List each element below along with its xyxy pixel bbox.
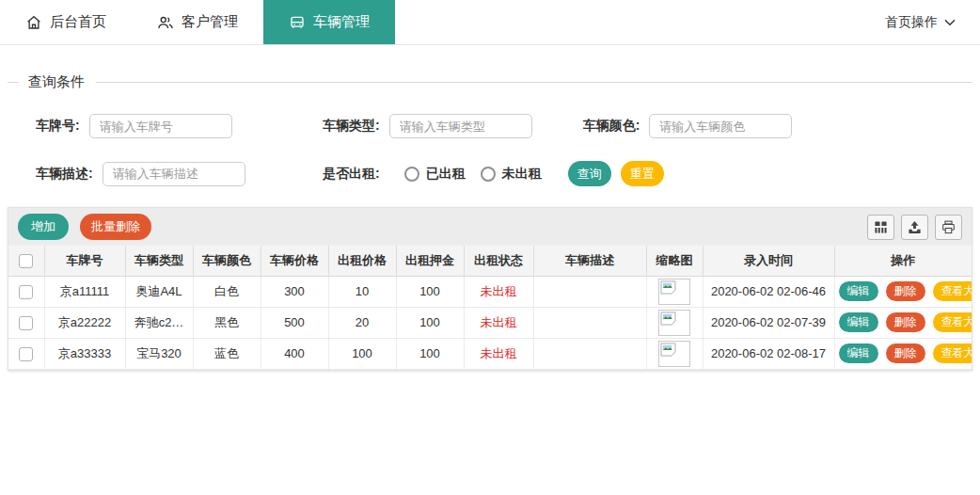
vehicle-table-panel: 增加 批量删除 车牌号车辆类型车辆颜色车辆价格出租价格出租押金出租状态车辆描述缩… [8,207,972,371]
column-header: 出租押金 [396,246,464,276]
radio-not-rented-label: 未出租 [502,166,542,183]
row-price: 500 [261,307,328,338]
column-header: 车辆价格 [261,246,328,276]
nav-tab-label: 车辆管理 [313,13,370,31]
row-rent-price: 100 [328,338,396,369]
batch-delete-button[interactable]: 批量删除 [80,214,151,240]
plate-input[interactable] [89,114,232,138]
column-header: 车辆颜色 [193,246,261,276]
broken-image-icon [658,279,690,305]
table-body: 京a11111奥迪A4L白色30010100未出租2020-06-02 02-0… [8,276,972,369]
type-field-label: 车辆类型: [323,118,380,135]
row-checkbox[interactable] [19,347,33,361]
column-header: 车辆类型 [125,246,193,276]
radio-rented-label: 已出租 [426,166,466,183]
row-type: 奥迪A4L [125,276,193,307]
type-input[interactable] [389,114,532,138]
nav-tab-label: 后台首页 [50,13,106,31]
row-description [533,276,646,307]
row-plate: 京a11111 [44,276,125,307]
search-button[interactable]: 查询 [568,161,611,186]
radio-rented[interactable]: 已出租 [404,166,466,183]
print-button[interactable] [935,215,962,240]
row-thumbnail-cell [646,307,703,338]
row-color: 白色 [193,276,261,307]
chevron-down-icon [944,19,956,26]
row-actions: 编辑删除查看大图 [834,338,972,369]
home-actions-label: 首页操作 [885,14,938,31]
nav-tab-后台首页[interactable]: 后台首页 [0,0,132,44]
nav-tab-客户管理[interactable]: 客户管理 [132,0,263,44]
column-header: 操作 [834,246,972,276]
row-entry-time: 2020-06-02 02-06-46 [703,276,834,307]
column-header: 车辆描述 [533,246,646,276]
reset-button[interactable]: 重置 [621,161,664,186]
column-header: 车牌号 [44,246,125,276]
vehicle-table: 车牌号车辆类型车辆颜色车辆价格出租价格出租押金出租状态车辆描述缩略图录入时间操作… [8,246,972,370]
row-type: 宝马320 [125,338,193,369]
column-header: 录入时间 [703,246,834,276]
query-section: 查询条件 车牌号: 车辆类型: 车辆颜色: 车辆描述: 是否出租: 已出租 [8,73,972,186]
row-checkbox[interactable] [19,316,33,330]
nav-tab-车辆管理[interactable]: 车辆管理 [263,0,395,44]
users-icon [157,14,174,31]
edit-button[interactable]: 编辑 [839,343,878,363]
radio-circle-icon [481,167,496,182]
radio-circle-icon [404,167,419,182]
radio-not-rented[interactable]: 未出租 [481,166,542,183]
columns-icon [874,220,888,234]
top-navbar: 后台首页客户管理车辆管理 首页操作 [0,0,980,45]
row-thumbnail-cell [646,338,703,369]
desc-field-label: 车辆描述: [36,166,93,183]
rent-status-label: 是否出租: [323,166,380,183]
row-status: 未出租 [464,276,533,307]
color-field-label: 车辆颜色: [583,118,640,135]
row-entry-time: 2020-06-02 02-07-39 [703,307,834,338]
row-rent-price: 20 [328,307,396,338]
view-image-button[interactable]: 查看大图 [933,312,972,332]
row-deposit: 100 [396,307,464,338]
row-entry-time: 2020-06-02 02-08-17 [703,338,834,369]
home-actions-dropdown[interactable]: 首页操作 [885,0,980,44]
delete-button[interactable]: 删除 [886,343,925,363]
plate-field-label: 车牌号: [36,118,80,135]
row-color: 黑色 [193,307,261,338]
row-plate: 京a33333 [44,338,125,369]
broken-image-icon [658,341,690,367]
add-button[interactable]: 增加 [18,214,69,240]
row-thumbnail-cell [646,276,703,307]
table-row: 京a22222奔驰c2…黑色50020100未出租2020-06-02 02-0… [8,307,972,338]
column-header: 缩略图 [646,246,703,276]
row-type: 奔驰c2… [125,307,193,338]
row-plate: 京a22222 [44,307,125,338]
color-input[interactable] [649,114,792,138]
columns-button[interactable] [867,215,894,240]
select-all-checkbox[interactable] [19,254,33,268]
export-icon [908,220,922,234]
view-image-button[interactable]: 查看大图 [933,343,972,363]
row-price: 300 [261,276,328,307]
table-toolbar: 增加 批量删除 [8,208,972,246]
row-description [533,307,646,338]
desc-input[interactable] [103,162,245,186]
delete-button[interactable]: 删除 [886,312,925,332]
export-button[interactable] [901,215,928,240]
edit-button[interactable]: 编辑 [839,281,878,301]
row-color: 蓝色 [193,338,261,369]
row-actions: 编辑删除查看大图 [834,307,972,338]
edit-button[interactable]: 编辑 [839,312,878,332]
row-checkbox[interactable] [19,285,33,299]
row-price: 400 [261,338,328,369]
delete-button[interactable]: 删除 [886,281,925,301]
view-image-button[interactable]: 查看大图 [933,281,972,301]
table-header-row: 车牌号车辆类型车辆颜色车辆价格出租价格出租押金出租状态车辆描述缩略图录入时间操作 [8,246,972,276]
row-deposit: 100 [396,338,464,369]
row-status: 未出租 [464,338,533,369]
row-actions: 编辑删除查看大图 [834,276,972,307]
broken-image-icon [658,310,690,336]
row-status: 未出租 [464,307,533,338]
row-rent-price: 10 [328,276,396,307]
query-section-title: 查询条件 [8,73,972,91]
column-header: 出租状态 [464,246,533,276]
nav-tab-label: 客户管理 [182,13,238,31]
